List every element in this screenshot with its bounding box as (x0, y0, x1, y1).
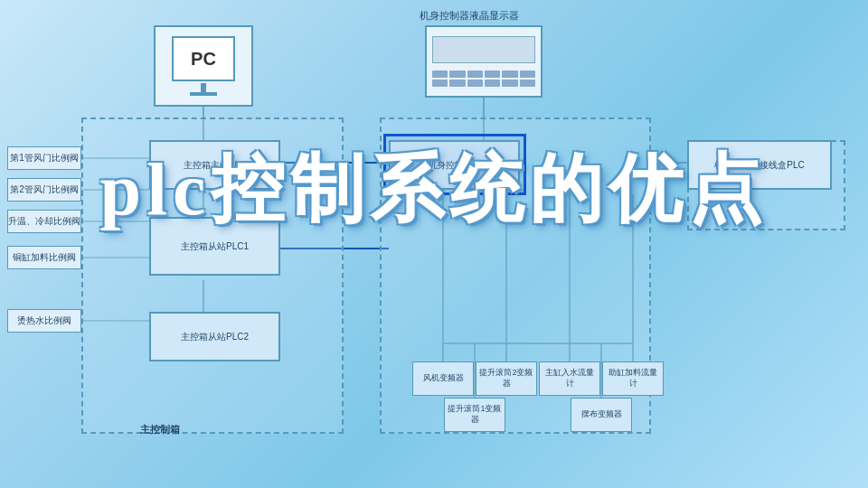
main-control-area-label: 主控制箱 (140, 423, 180, 436)
component-0: 风机变频器 (412, 361, 474, 396)
display-screen (432, 36, 535, 63)
pc-screen: PC (172, 36, 235, 81)
pc-unit: PC (154, 25, 253, 107)
component-5: 摆布变频器 (571, 398, 632, 432)
body-plc-highlight (383, 134, 526, 195)
display-buttons (432, 70, 535, 87)
body-em-plc: 机身电磁阀接线盒PLC (687, 140, 832, 190)
main-plc-slave1: 主控箱从站PLC1 (149, 217, 280, 276)
left-label-4: 烫热水比例阀 (7, 309, 81, 333)
pc-stand (201, 83, 206, 92)
display-label: 机身控制器液晶显示器 (420, 9, 519, 23)
component-4: 提升滚筒1变频器 (444, 398, 505, 432)
diagram-container: PC 机身控制器液晶显示器 主控制箱 主控箱主站PLC 主控箱从站PLC1 主控… (0, 0, 868, 488)
component-1: 提升滚筒2变频器 (476, 361, 537, 396)
main-plc-master: 主控箱主站PLC (149, 140, 280, 190)
component-3: 助缸加料流量计 (602, 361, 664, 396)
main-plc-slave2: 主控箱从站PLC2 (149, 312, 280, 361)
left-label-2: 升温、冷却比例阀 (7, 210, 81, 233)
left-label-0: 第1管风门比例阀 (7, 146, 81, 170)
display-unit (425, 25, 542, 98)
component-2: 主缸入水流量计 (539, 361, 600, 396)
left-label-3: 铜缸加料比例阀 (7, 246, 81, 269)
pc-label: PC (191, 49, 216, 70)
left-label-1: 第2管风门比例阀 (7, 178, 81, 202)
pc-base (190, 92, 217, 96)
